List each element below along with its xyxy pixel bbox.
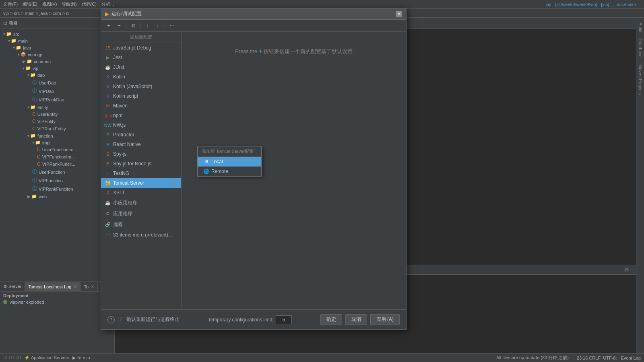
tree-vip[interactable]: ▾ 📁 vip — [0, 65, 114, 72]
tree-comqp[interactable]: ▾ 📦 com.qp — [0, 51, 114, 58]
limit-input[interactable] — [276, 315, 292, 324]
app-servers-btn[interactable]: ⚡ Application Servers — [24, 355, 69, 360]
menu-navigate[interactable]: 导航(N) — [62, 1, 76, 7]
terminal-btn[interactable]: ▶ Termin... — [72, 355, 94, 360]
right-tab-maven[interactable]: Maven Projects — [637, 61, 644, 98]
event-log-btn[interactable]: Event Log — [621, 356, 641, 360]
tree-viprankdao[interactable]: ⓘ VIPRankDao — [0, 95, 114, 104]
config-item-remote[interactable]: 🔗 远程 — [101, 219, 181, 230]
tree-function[interactable]: ▾ 📁 function — [0, 132, 114, 139]
move-down-button[interactable]: ↓ — [153, 21, 162, 30]
menu-file[interactable]: 文件(F) — [3, 1, 18, 7]
tree-vipdao[interactable]: ⓘ VIPDao — [0, 87, 114, 95]
tree-java[interactable]: ▾ 📁 java — [0, 44, 114, 51]
config-item-nwjs[interactable]: NW NW.js — [101, 120, 181, 130]
right-tab-database[interactable]: Database — [637, 35, 644, 61]
tree-viprankfuncintf[interactable]: ⓘ VIPRankFunciton — [0, 185, 114, 193]
folder-icon: 📁 — [16, 45, 21, 50]
tab-to[interactable]: To ✕ — [80, 282, 98, 292]
menu-more[interactable]: 分析... — [101, 1, 114, 7]
add-config-button[interactable]: + — [104, 21, 113, 30]
remote-icon: 🔗 — [105, 222, 111, 228]
tree-userdao[interactable]: ⓘ UserDao — [0, 78, 114, 87]
tree-vipfunc[interactable]: C VIPFunctionIm... — [0, 153, 114, 160]
arrow-icon: ▾ — [8, 39, 10, 43]
tree-web[interactable]: ▶ 📁 web — [0, 193, 114, 200]
tree-main[interactable]: ▾ 📁 main — [0, 37, 114, 44]
submenu-header: 添加新 Tomcat Server配置 — [198, 146, 261, 157]
help-button[interactable]: ? — [107, 316, 115, 323]
tree-label-userfunc: UserFunctionIm... — [42, 147, 77, 152]
arrow-icon: ▾ — [32, 140, 34, 145]
copy-config-button[interactable]: ⧉ — [129, 21, 138, 30]
config-item-kotlin-script[interactable]: K Kotlin script — [101, 91, 181, 101]
minimize-icon[interactable]: − — [631, 267, 634, 273]
folder-icon: 📁 — [30, 72, 36, 78]
tree-viprankfunc[interactable]: C VIPRankFuncti... — [0, 160, 114, 168]
config-item-more[interactable]: ⋯ 33 items more (irrelevant)... — [101, 230, 181, 240]
interface-icon: ⓘ — [32, 79, 37, 86]
menu-code[interactable]: 代码(C) — [82, 1, 97, 7]
move-up-button[interactable]: ↑ — [143, 21, 152, 30]
tree-label-viprankdao: VIPRankDao — [39, 97, 64, 102]
config-item-xslt[interactable]: X XSLT — [101, 188, 181, 197]
config-item-testng[interactable]: T TestNG — [101, 169, 181, 178]
todo-btn[interactable]: ☑ TODO — [3, 355, 21, 360]
config-item-app[interactable]: ⚙ 应用程序 — [101, 208, 181, 219]
interface-icon: ⓘ — [32, 169, 37, 175]
tree-label-viprankfuncintf: VIPRankFunciton — [39, 187, 73, 191]
dialog-close-button[interactable]: ✕ — [396, 11, 402, 17]
tree-dao[interactable]: ▾ 📁 dao — [0, 72, 114, 78]
submenu-item-local[interactable]: 🖥 Local — [198, 157, 261, 167]
apply-button[interactable]: 应用 (A) — [370, 314, 400, 325]
confirm-checkbox[interactable] — [118, 317, 123, 322]
config-item-jsdebug[interactable]: JS JavaScript Debug — [101, 43, 181, 53]
menu-edit[interactable]: 编辑(E) — [23, 1, 37, 7]
tab-to-label: To — [84, 284, 89, 289]
config-item-maven[interactable]: M Maven — [101, 101, 181, 111]
submenu-item-remote[interactable]: 🌐 Remote — [198, 167, 261, 176]
config-item-spyjs-node[interactable]: S Spy-js for Node.js — [101, 159, 181, 169]
tree-vipentity[interactable]: C VIPEntity — [0, 118, 114, 125]
tab-tomcat-log[interactable]: Tomcat Localhost Log ✕ — [25, 282, 80, 292]
config-item-tomcat[interactable]: 🐱 Tomcat Server ▶ — [101, 178, 181, 188]
ide-background: 文件(F) 编辑(E) 视图(V) 导航(N) 代码(C) 分析... vip … — [0, 0, 644, 362]
tree-userfuncintf[interactable]: ⓘ UserFunction — [0, 168, 114, 176]
tree-entity[interactable]: ▾ 📁 entity — [0, 104, 114, 111]
remove-config-button[interactable]: − — [115, 21, 124, 30]
ok-button[interactable]: 确定 — [320, 314, 342, 325]
tree-viprankentity[interactable]: C VIPRankEntity — [0, 125, 114, 132]
nwjs-icon: NW — [105, 122, 111, 128]
tab-close-icon2[interactable]: ✕ — [91, 284, 94, 289]
tree-userfunc[interactable]: C UserFunctionIm... — [0, 146, 114, 153]
right-tab-build[interactable]: Build — [637, 19, 644, 35]
config-item-junit[interactable]: ☕ JUnit — [101, 62, 181, 72]
config-item-spyjs[interactable]: S Spy-js — [101, 149, 181, 159]
config-item-label-spyjs: Spy-js — [113, 151, 126, 157]
gear-icon[interactable]: ⚙ — [625, 267, 629, 273]
config-item-jest[interactable]: ▶ Jest — [101, 53, 181, 62]
tree-userentity[interactable]: C UserEntity — [0, 111, 114, 118]
config-item-npm[interactable]: npm npm — [101, 111, 181, 120]
config-item-kotlin-js[interactable]: K Kotlin (JavaScript) — [101, 82, 181, 91]
config-item-applet[interactable]: ☕ 小应用程序 — [101, 197, 181, 208]
config-item-label-jsdebug: JavaScript Debug — [113, 45, 151, 51]
junit-icon: ☕ — [105, 64, 111, 70]
tree-label-main: main — [18, 39, 28, 43]
config-item-label-spyjs-node: Spy-js for Node.js — [113, 161, 151, 167]
more-options-button[interactable]: ⋯ — [167, 21, 176, 30]
menu-view[interactable]: 视图(V) — [42, 1, 57, 7]
tree-src[interactable]: ▾ 📁 src — [0, 31, 114, 37]
right-side-panel: Build Database Maven Projects — [636, 18, 644, 353]
project-panel-header: 🗂 项目 ⚙ — [0, 18, 114, 29]
config-item-kotlin[interactable]: K Kotlin — [101, 72, 181, 82]
config-item-react-native[interactable]: ⚛ React Native — [101, 140, 181, 149]
cancel-button[interactable]: 取消 — [345, 314, 367, 325]
tab-server[interactable]: ⚙ Server — [0, 282, 25, 292]
tree-vipfuncintf[interactable]: ⓘ VIPFunction — [0, 176, 114, 185]
tree-common[interactable]: ▶ 📁 common — [0, 58, 114, 65]
tree-impl[interactable]: ▾ 📁 impl — [0, 139, 114, 146]
dialog-footer: ? 确认重新运行与进程终止 Temporary configurations l… — [101, 309, 406, 329]
tab-close-icon[interactable]: ✕ — [74, 284, 77, 289]
config-item-protractor[interactable]: P Protractor — [101, 130, 181, 140]
